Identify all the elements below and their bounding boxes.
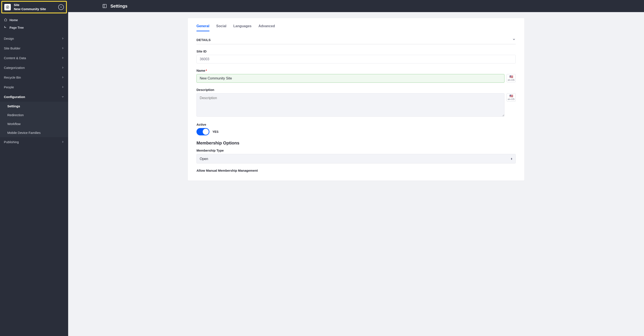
chevron-right-icon (61, 66, 64, 69)
content-scroll: General Social Languages Advanced DETAIL… (68, 12, 644, 336)
field-description: Description 🇺🇸 en-US (196, 88, 516, 117)
sidebar-group-site-builder[interactable]: Site Builder (0, 43, 68, 53)
active-label: Active (196, 123, 516, 126)
svg-rect-3 (4, 26, 5, 27)
field-active: Active YES (196, 123, 516, 135)
sidebar-item-label: Page Tree (10, 26, 24, 29)
sidebar-group-label: Recycle Bin (4, 76, 21, 79)
site-id-input (196, 55, 516, 64)
locale-code: en-US (508, 98, 514, 100)
sidebar-group-label: People (4, 85, 14, 89)
home-icon (4, 18, 7, 22)
chevron-right-icon (61, 56, 64, 59)
tab-languages[interactable]: Languages (233, 21, 252, 31)
flag-icon: 🇺🇸 (510, 94, 513, 97)
membership-options-heading: Membership Options (196, 140, 516, 145)
description-label: Description (196, 88, 516, 92)
sidebar-group-recycle-bin[interactable]: Recycle Bin (0, 73, 68, 82)
site-selector-text: Site New Community Site (14, 3, 55, 11)
description-textarea[interactable] (196, 93, 504, 117)
page-title: Settings (110, 4, 128, 9)
sidebar-group-publishing[interactable]: Publishing (0, 137, 68, 147)
section-details-title: DETAILS (196, 38, 211, 42)
field-allow-manual: Allow Manual Membership Management (196, 169, 516, 172)
sidebar-group-design[interactable]: Design (0, 34, 68, 43)
locale-code: en-US (508, 79, 514, 81)
sidebar-group-content-data[interactable]: Content & Data (0, 53, 68, 63)
field-site-id: Site ID (196, 50, 516, 64)
chevron-right-icon (61, 76, 64, 79)
tab-social[interactable]: Social (216, 21, 226, 31)
main-area: Settings General Social Languages Advanc… (68, 0, 644, 336)
membership-type-label: Membership Type (196, 148, 516, 152)
sidebar: Site New Community Site Home Page Tree (0, 0, 68, 336)
svg-marker-2 (60, 7, 62, 8)
sidebar-group-categorization[interactable]: Categorization (0, 63, 68, 73)
sidebar-item-workflow[interactable]: Workflow (0, 119, 68, 128)
sidebar-item-settings[interactable]: Settings (0, 102, 68, 111)
membership-type-select[interactable]: Open (196, 154, 516, 163)
name-label: Name* (196, 69, 516, 72)
field-membership-type: Membership Type Open ▲▼ (196, 148, 516, 163)
tab-general[interactable]: General (196, 21, 210, 31)
chevron-right-icon (61, 140, 64, 143)
tree-icon (4, 26, 7, 30)
name-input[interactable] (196, 74, 504, 83)
required-mark: * (206, 69, 207, 72)
compass-action-icon[interactable] (58, 4, 64, 10)
chevron-down-icon (512, 38, 516, 42)
active-toggle-value: YES (212, 130, 218, 133)
sidebar-group-configuration-children: Settings Redirection Workflow Mobile Dev… (0, 102, 68, 137)
site-selector[interactable]: Site New Community Site (1, 1, 67, 13)
sidebar-group-label: Configuration (4, 95, 25, 99)
chevron-right-icon (61, 37, 64, 40)
locale-selector-description[interactable]: 🇺🇸 en-US (506, 93, 516, 101)
sidebar-group-label: Categorization (4, 66, 25, 70)
tab-advanced[interactable]: Advanced (258, 21, 275, 31)
section-details-head[interactable]: DETAILS (196, 38, 516, 44)
compass-icon (4, 4, 11, 10)
name-label-text: Name (196, 69, 205, 72)
active-toggle[interactable] (196, 128, 210, 135)
field-name: Name* 🇺🇸 en-US (196, 69, 516, 83)
chevron-right-icon (61, 86, 64, 89)
sidebar-item-home[interactable]: Home (0, 17, 68, 24)
topbar: Settings (68, 0, 644, 12)
flag-icon: 🇺🇸 (510, 75, 513, 78)
chevron-down-icon (61, 95, 64, 98)
app-root: Site New Community Site Home Page Tree (0, 0, 644, 336)
sidebar-group-label: Publishing (4, 140, 19, 144)
sidebar-secondary-nav: Home Page Tree (0, 13, 68, 34)
site-selector-label: Site (14, 3, 55, 7)
sidebar-item-page-tree[interactable]: Page Tree (0, 24, 68, 32)
tabs: General Social Languages Advanced (196, 21, 516, 32)
site-selector-name: New Community Site (14, 7, 55, 11)
sidebar-item-redirection[interactable]: Redirection (0, 111, 68, 119)
panel-toggle-icon[interactable] (103, 4, 106, 8)
sidebar-group-configuration[interactable]: Configuration (0, 92, 68, 102)
allow-manual-label: Allow Manual Membership Management (196, 169, 516, 172)
sidebar-item-label: Home (10, 18, 18, 22)
sidebar-group-label: Site Builder (4, 46, 20, 50)
sidebar-group-label: Content & Data (4, 56, 26, 60)
sidebar-group-label: Design (4, 37, 14, 40)
sidebar-group-people[interactable]: People (0, 82, 68, 92)
site-id-label: Site ID (196, 50, 516, 53)
svg-marker-1 (7, 7, 8, 8)
settings-card: General Social Languages Advanced DETAIL… (188, 18, 524, 181)
chevron-right-icon (61, 47, 64, 50)
sidebar-groups: Design Site Builder Content & Data Categ… (0, 34, 68, 147)
sidebar-item-mobile-device-families[interactable]: Mobile Device Families (0, 128, 68, 137)
locale-selector-name[interactable]: 🇺🇸 en-US (506, 74, 516, 82)
